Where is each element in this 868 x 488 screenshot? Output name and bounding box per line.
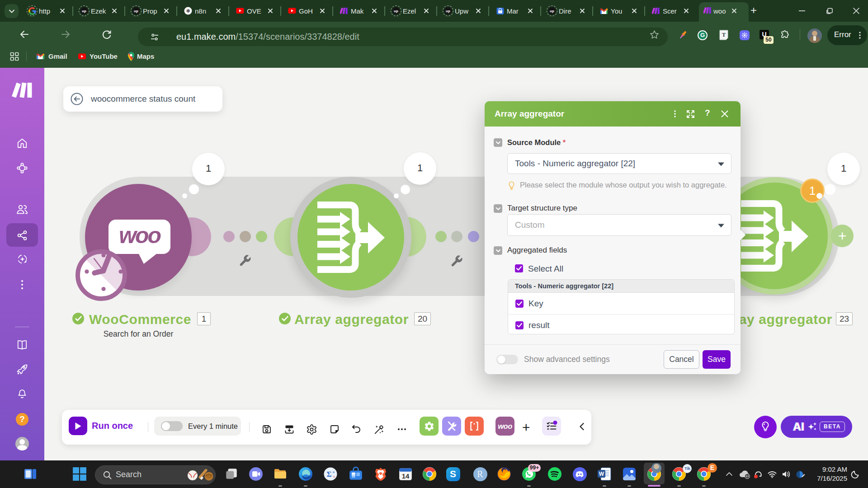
svg-text:W: W [599,471,604,477]
svg-text:a: a [333,469,335,474]
svg-text:14: 14 [402,472,410,480]
svg-text:T: T [722,31,726,38]
svg-text:✻: ✻ [186,8,190,14]
svg-text:Σ: Σ [326,470,331,479]
svg-text:x: x [333,474,335,479]
